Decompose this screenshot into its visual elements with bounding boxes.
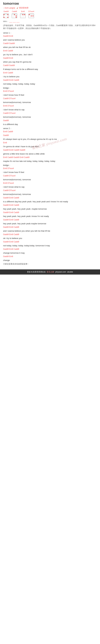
footer-site-label[interactable]: 音乐之家 (47, 271, 54, 273)
lyric-block: i don't know how i'll feel (3, 94, 97, 96)
svg-point-8 (7, 14, 8, 15)
lyric-block: maybe it's not too late.not today. today… (3, 160, 97, 162)
footer-url: yinyuezi.com (55, 271, 66, 273)
section-3: bridge：Em8 D7sus4i don't know how i'll f… (3, 164, 97, 262)
lyric-block: Gadd9 Em8 Cadd9 (3, 233, 97, 236)
lyric-block: not today. today. today. today.today. to… (3, 244, 97, 247)
lyric-block: tomorrow(tomorrow). tomorrow (3, 193, 97, 196)
lyric-block: Cadd9 D7sus4 (3, 175, 97, 177)
chord-line: Cadd9 D7sus4 (3, 112, 97, 114)
lyric-line: hey yeah yeah. hey yeah yeah.i know i'm … (3, 215, 97, 218)
lyric-block: Em8 D7sus4 (3, 90, 97, 92)
section-label-0: verse 1： (3, 32, 97, 34)
lyric-block: Gadd9 Em8 Cadd9 (3, 241, 97, 243)
section-label-3: bridge： (3, 164, 97, 167)
lyric-block: Cadd9 D7sus4 (3, 112, 97, 114)
lyric-block: Cadd9 D7sus4 (3, 98, 97, 100)
chord-em8: Em8 (20, 10, 26, 18)
chord-line: Em8 Cadd9 (3, 130, 97, 133)
sections-container: verse 1：Gadd9 Em8and i wanna believe you… (3, 32, 97, 262)
svg-point-17 (16, 16, 17, 16)
lyric-block: Gadd9 Em8 Cadd9 (3, 79, 97, 82)
lyric-block: Cadd9 Gadd9 (3, 64, 97, 67)
chord-line: Gadd9 (3, 120, 97, 122)
chord-line: Gadd9 Em8 Cadd9 (3, 211, 97, 214)
chord-line: Gadd9 Em8 Cadd9 (3, 79, 97, 82)
lyric-block: and i wanna believe you (3, 39, 97, 41)
chord-line: Em8 D7sus4 (3, 167, 97, 170)
svg-point-25 (22, 14, 23, 15)
chord-line: Gadd9 Em8 Cadd9 (3, 241, 97, 243)
lyric-line: tomorrow(tomorrow). tomorrow (3, 193, 97, 196)
footer-bar: 更多尤克里里里谱在在 音乐之家 yinyuezi.com ukulele (0, 270, 100, 274)
lyric-block: Gadd9 Em8 Cadd9 Gadd9 (3, 149, 97, 152)
lyric-block: Cadd9 Gadd9 (3, 42, 97, 45)
lyric-block: Gadd9 Em8 (3, 255, 97, 258)
lyric-line: it's always been up to you, it's always … (3, 138, 97, 140)
chord-line: Em8 Cadd9 (3, 50, 97, 52)
lyric-block: i don't know what to say (3, 108, 97, 111)
lyric-block: tomorrow(tomorrow). tomorrow (3, 101, 97, 104)
lyric-block: tomorrow(tomorrow). tomorrow (3, 116, 97, 118)
lyric-block: hey yeah yeah. hey yeah yeah.maybe tomor… (3, 222, 97, 225)
chord-line: Gadd9 Em8 Cadd9 (3, 197, 97, 199)
lyric-block: i don't know what to say (3, 186, 97, 188)
chord-line: Cadd9 D7sus4 (3, 189, 97, 192)
lyric-block: not today. today. today. today. today (3, 83, 97, 85)
footer-text: 更多尤克里里里谱在在 音乐之家 yinyuezi.com ukulele (27, 271, 73, 273)
footer-suffix: ukulele (67, 271, 73, 273)
lyric-line: i don't know how i'll feel (3, 171, 97, 174)
lyric-line: if always turns out to be a different wa… (3, 68, 97, 70)
lyric-line: and i wanna believe you when you tell me… (3, 230, 97, 232)
lyric-block: change tomorrow it may (3, 252, 97, 254)
lyric-line: i don't know how i'll feel (3, 94, 97, 96)
chord-line: Gadd9 Em8 (3, 35, 97, 38)
chord-line: Em8 D7sus4 (3, 90, 97, 92)
lyric-block: Em8 Cadd9 (3, 50, 97, 52)
lyric-block: is a different day (3, 123, 97, 126)
lyric-block: ya i try to believe you , but i don't (3, 54, 97, 56)
lyric-block: ok i try to believe you (3, 237, 97, 240)
lyric-block: Cadd9 D7sus4 (3, 189, 97, 192)
lyric-line: change (3, 259, 97, 262)
lyric-line: maybe it's not too late.not today. today… (3, 160, 97, 162)
chord-line: Gadd9 Em8 Cadd9 (3, 204, 97, 206)
lyric-block: i don't know how i'll feel (3, 171, 97, 174)
svg-point-9 (7, 17, 8, 18)
lyric-block: hey yeah yeah. hey yeah yeah.i know i'm … (3, 215, 97, 218)
chord-line: Cadd9 Gadd9 (3, 42, 97, 45)
lyric-line: when you tell me that it'll be ok (3, 46, 97, 48)
page-title: tomorrow (3, 2, 97, 6)
lyric-line: hey yeah yeah. hey yeah yeah.maybe tomor… (3, 222, 97, 225)
chord-gadd9: Gadd9 (3, 10, 9, 18)
chord-line: Em8 Cadd9 Gadd9 Em8 Cadd9 (3, 156, 97, 159)
section-label-2: verse 2： (3, 127, 97, 130)
lyric-line: i don't know what to say (3, 186, 97, 188)
lyric-line: gimme a little time leave me alone a lit… (3, 153, 97, 155)
lyric-block: Em8 (3, 142, 97, 144)
lyric-block: is a different day.hey yeah yeah. hey ye… (3, 200, 97, 203)
lyric-block: Gadd9 Em8 (3, 57, 97, 60)
lyric-block: i'm gonna do what i have to do,just don'… (3, 145, 97, 148)
chord-line: Em8 D7sus4 (3, 182, 97, 184)
lyric-block: Em8 D7sus4 (3, 167, 97, 170)
lyric-line: not today. today. today. today.today. to… (3, 244, 97, 247)
lyric-block: change (3, 259, 97, 262)
chord-line: Cadd9 D7sus4 (3, 175, 97, 177)
lyric-block: it's always been up to you, it's always … (3, 138, 97, 140)
chord-line: Em8 Cadd9 (3, 72, 97, 74)
lyric-line: ya i try to believe you , but i don't (3, 54, 97, 56)
chord-line: Cadd9 D7sus4 (3, 98, 97, 100)
section-0: verse 1：Gadd9 Em8and i wanna believe you… (3, 32, 97, 85)
lyric-block: Gadd9 Em8 Cadd9 (3, 219, 97, 221)
lyric-line: and i wanna believe you (3, 39, 97, 41)
lyric-block: hey yeah yeah. hey yeah yeah. maybe tomo… (3, 208, 97, 210)
intro-label: intro： ___ ___ ___ (3, 20, 97, 23)
svg-point-34 (31, 16, 32, 16)
chord-line: Gadd9 Em8 (3, 255, 97, 258)
chord-line: Gadd9 Em8 Cadd9 Gadd9 (3, 149, 97, 152)
chord-line: Gadd9 Em8 Cadd9 (3, 233, 97, 236)
lyric-block: when you tell me that it'll be ok (3, 46, 97, 48)
lyric-block: Gadd9 Em8 Cadd9 (3, 204, 97, 206)
lyric-line: i don't know what to say (3, 108, 97, 111)
